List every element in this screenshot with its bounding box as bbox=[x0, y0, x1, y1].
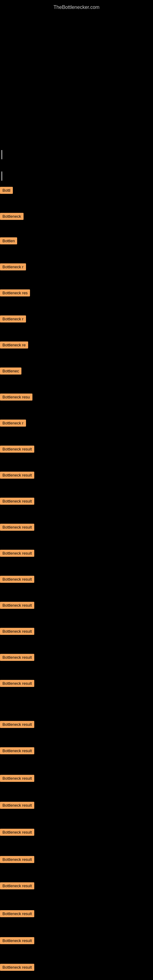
bottleneck-result-item[interactable]: Bottleneck result bbox=[0, 472, 34, 479]
bottleneck-result-item[interactable]: Bottleneck result bbox=[0, 680, 34, 687]
bottleneck-result-item[interactable]: Bottleneck result bbox=[0, 654, 34, 661]
bottleneck-result-item[interactable]: Bottleneck result bbox=[0, 802, 34, 809]
bottleneck-result-item[interactable]: Bottlen bbox=[0, 237, 17, 244]
bottleneck-result-item[interactable]: Bottleneck result bbox=[0, 829, 34, 836]
bottleneck-result-item[interactable]: Bottl bbox=[0, 187, 13, 194]
bottleneck-result-item[interactable]: Bottleneck result bbox=[0, 882, 34, 889]
bottleneck-result-item[interactable]: Bottleneck result bbox=[0, 937, 34, 944]
site-title: TheBottlenecker.com bbox=[0, 2, 153, 13]
bottleneck-result-item[interactable]: Bottleneck res bbox=[0, 290, 30, 296]
bottleneck-result-item[interactable]: Bottleneck result bbox=[0, 550, 34, 557]
bottleneck-result-item[interactable]: Bottleneck resu bbox=[0, 393, 32, 401]
bottleneck-result-item[interactable]: Bottlenec bbox=[0, 368, 21, 375]
bottleneck-result-item[interactable]: Bottleneck result bbox=[0, 524, 34, 531]
bottleneck-result-item[interactable]: Bottleneck r bbox=[0, 315, 26, 323]
bottleneck-result-item[interactable]: Bottleneck result bbox=[0, 576, 34, 583]
bottleneck-result-item[interactable]: Bottleneck result bbox=[0, 721, 34, 728]
bottleneck-result-item[interactable]: Bottleneck re bbox=[0, 342, 28, 348]
bottleneck-result-item[interactable]: Bottleneck result bbox=[0, 910, 34, 917]
bottleneck-result-item[interactable]: Bottleneck result bbox=[0, 856, 34, 863]
bottleneck-result-item[interactable]: Bottleneck result bbox=[0, 498, 34, 505]
bottleneck-result-item[interactable]: Bottleneck r bbox=[0, 263, 26, 270]
bottleneck-result-item[interactable]: Bottleneck r bbox=[0, 420, 26, 426]
bottleneck-result-item[interactable]: Bottleneck result bbox=[0, 445, 34, 453]
cursor-1 bbox=[2, 150, 2, 159]
bottleneck-result-item[interactable]: Bottleneck result bbox=[0, 747, 34, 754]
bottleneck-result-item[interactable]: Bottleneck result bbox=[0, 628, 34, 635]
cursor-2 bbox=[2, 172, 2, 181]
bottleneck-result-item[interactable]: Bottleneck bbox=[0, 213, 24, 220]
bottleneck-result-item[interactable]: Bottleneck result bbox=[0, 602, 34, 609]
bottleneck-result-item[interactable]: Bottleneck result bbox=[0, 775, 34, 782]
bottleneck-result-item[interactable]: Bottleneck result bbox=[0, 964, 34, 971]
